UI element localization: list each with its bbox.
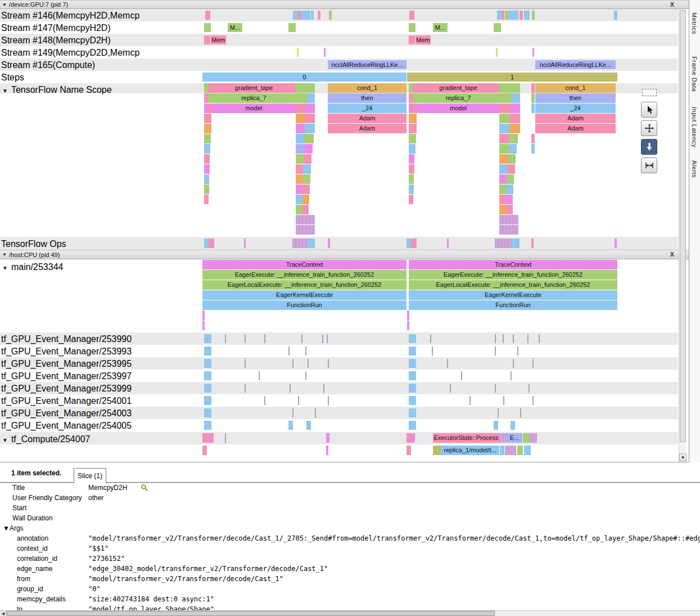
trace-slice[interactable] [204, 83, 208, 93]
trace-slice[interactable] [409, 421, 416, 430]
trace-slice[interactable] [506, 205, 513, 214]
trace-slice[interactable]: 1 [407, 73, 617, 82]
trace-slice[interactable] [539, 334, 540, 343]
trace-slice[interactable] [302, 185, 310, 194]
trace-slice[interactable]: Mem [416, 35, 431, 44]
trace-slice[interactable] [328, 396, 329, 405]
trace-slice[interactable] [614, 11, 617, 20]
trace-slice[interactable] [204, 164, 210, 174]
trace-slice[interactable] [461, 371, 462, 380]
trace-slice[interactable]: replica_7 [417, 93, 499, 103]
pointer-tool-button[interactable] [641, 102, 657, 118]
trace-slice[interactable] [288, 23, 296, 32]
trace-slice[interactable] [407, 446, 411, 455]
trace-slice[interactable] [500, 446, 504, 455]
scroll-left-button[interactable]: ◀ [0, 611, 7, 616]
trace-slice[interactable]: cond_1 [535, 83, 616, 93]
trace-slice[interactable] [520, 408, 521, 417]
trace-slice[interactable]: TraceContext [202, 260, 407, 269]
trace-slice[interactable] [503, 396, 504, 405]
trace-slice[interactable] [296, 215, 315, 224]
trace-slice[interactable] [432, 347, 433, 356]
trace-slice[interactable] [305, 124, 315, 133]
trace-slice[interactable]: model [212, 104, 296, 113]
trace-slice[interactable] [409, 104, 413, 113]
trace-slice[interactable] [264, 334, 265, 343]
trace-slice[interactable]: ncclAllReduceRingLLKe... [328, 60, 407, 69]
trace-slice[interactable] [245, 334, 246, 343]
trace-slice[interactable]: Adam [328, 114, 407, 123]
collapse-arrow-icon[interactable]: ▼ [2, 252, 7, 257]
trace-slice[interactable] [495, 334, 496, 343]
trace-slice[interactable]: replica_1/model/t... [441, 446, 499, 455]
trace-slice[interactable] [307, 93, 315, 103]
expand-arrow-icon[interactable]: ▼ [2, 265, 8, 271]
trace-slice[interactable] [409, 371, 416, 380]
side-tab-alerts[interactable]: Alerts [691, 160, 698, 178]
trace-slice[interactable] [264, 396, 265, 405]
track-label[interactable]: ▼main/253344 [2, 262, 63, 274]
trace-slice[interactable] [409, 359, 416, 368]
trace-slice[interactable] [497, 11, 502, 20]
trace-slice[interactable]: replica_7 [212, 93, 296, 103]
trace-slice[interactable] [296, 124, 305, 133]
trace-slice[interactable] [499, 154, 508, 164]
trace-slice[interactable] [499, 104, 511, 113]
trace-slice[interactable] [202, 321, 205, 330]
trace-slice[interactable] [409, 396, 416, 405]
trace-slice[interactable] [409, 347, 416, 356]
trace-slice[interactable]: cond_1 [328, 83, 407, 93]
trace-slice[interactable] [532, 396, 534, 405]
trace-slice[interactable] [499, 164, 507, 174]
trace-slice[interactable] [413, 104, 417, 113]
trace-slice[interactable] [326, 446, 328, 455]
trace-slice[interactable] [498, 408, 499, 417]
trace-slice[interactable] [307, 239, 315, 248]
trace-slice[interactable] [409, 164, 414, 174]
trace-slice[interactable] [409, 93, 413, 103]
trace-slice[interactable] [469, 396, 471, 405]
track-label[interactable]: ▼TensorFlow Name Scope [2, 84, 112, 97]
trace-slice[interactable]: EagerKernelExecute [202, 290, 407, 300]
trace-slice[interactable] [407, 311, 409, 320]
trace-slice[interactable] [407, 239, 411, 248]
trace-slice[interactable] [204, 114, 211, 123]
trace-slice[interactable] [202, 311, 205, 320]
close-panel-button[interactable]: X [668, 1, 676, 9]
trace-slice[interactable] [511, 104, 520, 113]
close-panel-button[interactable]: X [668, 250, 676, 259]
trace-slice[interactable] [409, 11, 414, 20]
trace-slice[interactable] [512, 239, 520, 248]
trace-slice[interactable] [530, 433, 537, 443]
trace-slice[interactable] [208, 104, 212, 113]
trace-slice[interactable] [296, 205, 302, 214]
trace-slice[interactable] [412, 433, 415, 443]
trace-slice[interactable] [288, 421, 293, 430]
trace-slice[interactable] [204, 35, 210, 44]
trace-slice[interactable] [447, 359, 448, 368]
trace-slice[interactable] [296, 83, 315, 93]
trace-slice[interactable]: then [328, 93, 407, 103]
track-label[interactable]: ▼tf_Compute/254007 [2, 434, 90, 446]
pan-tool-button[interactable] [641, 120, 657, 136]
scroll-down-button[interactable]: ▼ [679, 453, 687, 461]
trace-slice[interactable] [305, 114, 315, 123]
trace-slice[interactable] [506, 185, 513, 194]
trace-slice[interactable] [328, 359, 329, 368]
trace-slice[interactable] [204, 384, 211, 393]
trace-slice[interactable] [301, 11, 310, 20]
trace-slice[interactable] [520, 11, 523, 20]
trace-slice[interactable]: gradient_tape [417, 83, 499, 93]
trace-slice[interactable] [517, 446, 523, 455]
trace-slice[interactable]: 0 [202, 73, 407, 82]
trace-slice[interactable] [509, 114, 520, 123]
trace-slice[interactable] [296, 174, 303, 184]
trace-slice[interactable] [245, 359, 246, 368]
trace-slice[interactable] [292, 359, 293, 368]
trace-slice[interactable] [296, 144, 304, 154]
trace-slice[interactable]: EagerKernelExecute [409, 290, 617, 300]
trace-slice[interactable] [225, 334, 226, 343]
trace-slice[interactable] [499, 144, 509, 154]
trace-slice[interactable] [204, 334, 211, 343]
trace-slice[interactable] [532, 359, 534, 368]
